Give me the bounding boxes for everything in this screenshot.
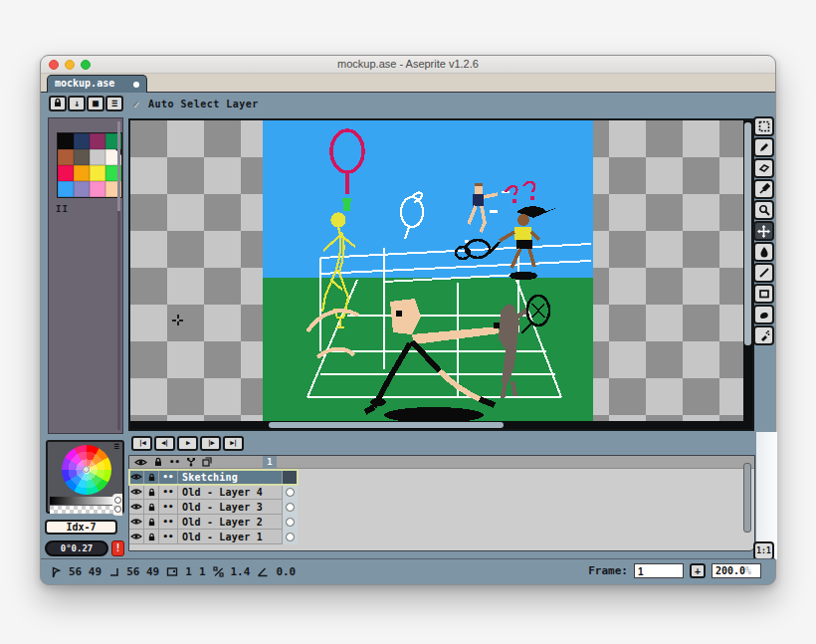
angle-icon bbox=[257, 566, 269, 577]
frame-1-header-cell[interactable]: 1 bbox=[263, 456, 277, 469]
last-frame-button[interactable]: ▶| bbox=[223, 436, 244, 451]
canvas-viewport[interactable] bbox=[128, 118, 754, 431]
frame-input[interactable] bbox=[634, 563, 684, 578]
hsv-value-button[interactable]: 0°0.27 bbox=[45, 540, 108, 556]
lock-icon[interactable] bbox=[144, 470, 159, 485]
auto-select-layer-label[interactable]: Auto Select Layer bbox=[148, 99, 259, 109]
aseprite-window: mockup.ase - Aseprite v1.2.6 mockup.ase … bbox=[40, 55, 776, 585]
tool-line[interactable] bbox=[753, 263, 774, 283]
palette-swatch[interactable] bbox=[74, 149, 90, 165]
warning-button[interactable]: ! bbox=[111, 540, 124, 556]
linked-cels-icon[interactable] bbox=[186, 457, 196, 467]
layer-row-old-3[interactable]: •• Old - Layer 3 bbox=[129, 500, 298, 515]
palette-swatch[interactable] bbox=[74, 133, 90, 149]
tool-eyedropper[interactable] bbox=[753, 179, 774, 199]
tool-bar bbox=[753, 116, 775, 346]
play-button[interactable]: ▶ bbox=[177, 436, 198, 451]
tool-paint-bucket[interactable] bbox=[753, 242, 774, 262]
tool-rectangle[interactable] bbox=[753, 284, 774, 304]
eye-icon[interactable] bbox=[129, 485, 144, 500]
window-right-fade bbox=[756, 432, 777, 559]
palette-swatch[interactable] bbox=[90, 181, 105, 197]
lock-icon[interactable] bbox=[144, 515, 159, 530]
cel-icon bbox=[286, 503, 295, 512]
color-index-button[interactable]: Idx-7 bbox=[45, 520, 117, 535]
zoom-unit: % bbox=[745, 565, 751, 577]
palette-swatch[interactable] bbox=[90, 165, 105, 181]
duplicate-icon[interactable] bbox=[202, 457, 212, 467]
palette-swatch[interactable] bbox=[58, 133, 74, 149]
onion-skin-icon[interactable]: •• bbox=[159, 530, 178, 544]
cel-cell[interactable] bbox=[282, 530, 298, 544]
menu-button[interactable]: ≡ bbox=[105, 96, 123, 111]
layer-row-old-2[interactable]: •• Old - Layer 2 bbox=[129, 515, 298, 530]
screenshot-stage: mockup.ase - Aseprite v1.2.6 mockup.ase … bbox=[0, 0, 816, 644]
lock-icon[interactable] bbox=[153, 457, 163, 467]
value-slider[interactable] bbox=[50, 497, 116, 505]
eye-icon[interactable] bbox=[129, 500, 144, 515]
cel-cell[interactable] bbox=[282, 485, 298, 500]
cursor-position: 56 49 bbox=[69, 565, 102, 578]
down-arrow-button[interactable]: ↓ bbox=[68, 96, 86, 111]
palette-swatch[interactable] bbox=[90, 133, 105, 149]
blob-icon bbox=[758, 309, 770, 321]
color-wheel[interactable] bbox=[62, 445, 111, 495]
checkmark-icon[interactable]: ✓ bbox=[132, 98, 139, 110]
wheel-menu-icon[interactable]: ≡ bbox=[114, 444, 119, 448]
first-frame-button[interactable]: |◀ bbox=[131, 436, 152, 451]
canvas-horizontal-scrollbar[interactable] bbox=[130, 421, 752, 429]
onion-skin-icon[interactable]: •• bbox=[159, 485, 178, 500]
tool-spray[interactable] bbox=[753, 325, 774, 345]
alpha-slider-handle[interactable] bbox=[114, 506, 121, 513]
tool-rectangular-marquee[interactable] bbox=[753, 116, 774, 136]
lock-icon[interactable] bbox=[144, 530, 159, 544]
frame-icon bbox=[166, 566, 178, 577]
palette-swatch[interactable] bbox=[58, 149, 74, 165]
tool-pencil[interactable] bbox=[753, 137, 774, 157]
timeline-scrollbar[interactable] bbox=[743, 463, 751, 544]
tool-contour[interactable] bbox=[753, 305, 774, 324]
palette-swatch[interactable] bbox=[74, 165, 90, 181]
canvas-vertical-scrollbar[interactable] bbox=[743, 120, 752, 425]
previous-frame-button[interactable]: ◀| bbox=[154, 436, 175, 451]
layer-row-old-1[interactable]: •• Old - Layer 1 bbox=[129, 530, 298, 544]
eye-icon[interactable] bbox=[134, 458, 147, 467]
frame-label: Frame: bbox=[588, 564, 628, 577]
tool-eraser[interactable] bbox=[753, 158, 774, 178]
square-button[interactable]: ■ bbox=[87, 96, 104, 111]
layer-row-sketching[interactable]: •• Sketching bbox=[129, 470, 298, 485]
cel-cell[interactable] bbox=[282, 515, 298, 530]
onion-skin-icon[interactable]: •• bbox=[159, 500, 178, 515]
tool-zoom[interactable] bbox=[753, 200, 774, 220]
add-frame-button[interactable]: + bbox=[690, 563, 706, 578]
tab-mockup[interactable]: mockup.ase bbox=[47, 75, 147, 93]
eye-icon[interactable] bbox=[129, 470, 144, 485]
palette-swatch[interactable] bbox=[58, 165, 74, 181]
cel-cell[interactable] bbox=[282, 470, 298, 485]
cel-cell[interactable] bbox=[282, 500, 298, 515]
eye-icon[interactable] bbox=[129, 530, 144, 544]
palette-swatch[interactable] bbox=[58, 181, 74, 197]
layer-row-old-4[interactable]: •• Old - Layer 4 bbox=[129, 485, 298, 500]
palette-panel: II bbox=[48, 117, 123, 434]
palette-scrollbar[interactable] bbox=[117, 121, 120, 430]
palette-swatch[interactable] bbox=[90, 149, 105, 165]
value-slider-handle[interactable] bbox=[114, 497, 121, 504]
eye-icon[interactable] bbox=[129, 515, 144, 530]
alpha-slider[interactable] bbox=[50, 506, 116, 514]
palette-swatch[interactable] bbox=[74, 181, 90, 197]
status-bar: 56 49 56 49 1 1 1.4 0.0 Frame: + 200.0 % bbox=[41, 558, 775, 584]
onion-skin-icon[interactable]: •• bbox=[169, 457, 180, 467]
next-frame-button[interactable]: |▶ bbox=[200, 436, 221, 451]
window-title: mockup.ase - Aseprite v1.2.6 bbox=[41, 58, 775, 70]
tool-move[interactable] bbox=[753, 221, 774, 241]
lock-icon[interactable] bbox=[144, 500, 159, 515]
zoom-input[interactable]: 200.0 % bbox=[712, 563, 761, 578]
zoom-value: 200.0 bbox=[715, 565, 745, 577]
onion-skin-icon[interactable]: •• bbox=[159, 470, 178, 485]
lock-icon[interactable] bbox=[144, 485, 159, 500]
onion-skin-icon[interactable]: •• bbox=[159, 515, 178, 530]
canvas-art[interactable] bbox=[263, 120, 593, 424]
lock-button[interactable] bbox=[49, 96, 67, 111]
ink-drop-icon bbox=[758, 246, 770, 258]
